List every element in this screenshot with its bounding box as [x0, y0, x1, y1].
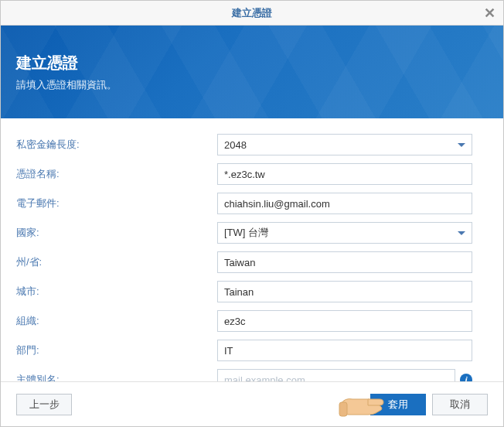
- chevron-down-icon: [458, 231, 465, 235]
- banner-heading: 建立憑證: [16, 53, 488, 73]
- label-san: 主體別名:: [16, 373, 217, 381]
- form-area: 私密金鑰長度: 2048 憑證名稱: 電子郵件: 國家:: [1, 118, 503, 381]
- back-button[interactable]: 上一步: [16, 394, 72, 415]
- key-length-value: 2048: [224, 139, 247, 151]
- row-email: 電子郵件:: [16, 193, 488, 214]
- label-org: 組織:: [16, 314, 217, 328]
- city-input[interactable]: [217, 281, 472, 302]
- org-input[interactable]: [217, 310, 472, 332]
- label-state: 州/省:: [16, 255, 217, 269]
- svg-rect-0: [339, 402, 347, 416]
- apply-button[interactable]: 套用: [370, 394, 426, 415]
- email-input[interactable]: [217, 193, 472, 214]
- state-input[interactable]: [217, 251, 472, 273]
- cancel-button[interactable]: 取消: [432, 394, 488, 415]
- titlebar: 建立憑證 ✕: [1, 1, 503, 26]
- row-state: 州/省:: [16, 251, 488, 273]
- banner: 建立憑證 請填入憑證相關資訊。: [1, 26, 503, 118]
- country-value: [TW] 台灣: [224, 226, 268, 240]
- dialog: 建立憑證 ✕ 建立憑證 請填入憑證相關資訊。 私密金鑰長度: 2048 憑證名稱…: [0, 0, 504, 427]
- label-email: 電子郵件:: [16, 196, 217, 210]
- info-icon[interactable]: i: [460, 374, 472, 381]
- row-org: 組織:: [16, 310, 488, 332]
- chevron-down-icon: [458, 143, 465, 147]
- san-input[interactable]: [217, 369, 455, 381]
- row-san: 主體別名: i: [16, 369, 488, 381]
- row-dept: 部門:: [16, 340, 488, 361]
- close-icon[interactable]: ✕: [484, 5, 495, 22]
- key-length-select[interactable]: 2048: [217, 134, 472, 155]
- label-country: 國家:: [16, 226, 217, 240]
- label-key-length: 私密金鑰長度:: [16, 138, 217, 152]
- country-select[interactable]: [TW] 台灣: [217, 222, 472, 244]
- footer: 上一步 套用 取消: [1, 381, 503, 426]
- label-cert-name: 憑證名稱:: [16, 167, 217, 181]
- row-city: 城市:: [16, 281, 488, 302]
- label-dept: 部門:: [16, 343, 217, 357]
- row-cert-name: 憑證名稱:: [16, 163, 488, 185]
- row-country: 國家: [TW] 台灣: [16, 222, 488, 244]
- dept-input[interactable]: [217, 340, 472, 361]
- cert-name-input[interactable]: [217, 163, 472, 185]
- row-key-length: 私密金鑰長度: 2048: [16, 134, 488, 155]
- label-city: 城市:: [16, 285, 217, 299]
- banner-subtitle: 請填入憑證相關資訊。: [16, 78, 488, 92]
- titlebar-title: 建立憑證: [232, 6, 272, 20]
